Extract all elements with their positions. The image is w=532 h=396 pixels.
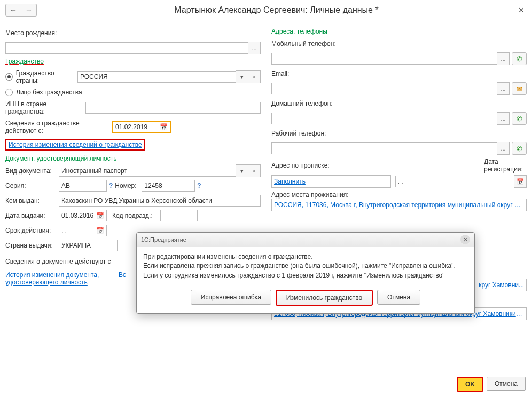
contacts-section: Адреса, телефоны [271, 28, 527, 35]
window-close-button[interactable]: ✕ [516, 6, 527, 14]
home-label: Домашний телефон: [271, 100, 351, 107]
no-citizenship-radio-label: Лицо без гражданства [16, 89, 82, 96]
number-input[interactable]: 12458 [142, 180, 195, 192]
doc-valid-from-label: Сведения о документе действуют с [5, 258, 111, 265]
email-label: Email: [271, 70, 351, 77]
valid-to-value: . . [61, 227, 96, 234]
citizenship-country-open-button[interactable]: ▫ [248, 70, 261, 83]
issued-by-input[interactable]: Каховскин РО УВД Украины в Херсонской об… [59, 195, 261, 207]
doc-type-label: Вид документа: [5, 167, 59, 175]
dept-code-input[interactable] [160, 210, 198, 221]
issue-date-value: 01.03.2016 [61, 212, 96, 219]
radio-dot-icon [5, 89, 13, 96]
doc-type-input[interactable]: Иностранный паспорт [59, 165, 236, 177]
dialog-close-button[interactable]: ✕ [460, 235, 470, 244]
live-addr-label: Адрес места проживания: [271, 191, 527, 199]
citizenship-country-input[interactable]: РОССИЯ [77, 71, 236, 83]
dept-code-label: Код подразд.: [112, 212, 160, 219]
citizenship-valid-from-input[interactable]: 01.02.2019 📅 [112, 121, 171, 133]
mobile-label: Мобильный телефон: [271, 40, 351, 47]
dialog-line2: Если исправлена прежняя запись о граждан… [143, 262, 468, 271]
work-input[interactable] [271, 142, 497, 154]
valid-to-label: Срок действия: [5, 227, 59, 234]
phone-icon: ✆ [517, 145, 522, 153]
mobile-call-button[interactable]: ✆ [512, 52, 527, 65]
live-addr-field[interactable]: РОССИЯ, 117036, Москва г, Внутригородска… [271, 199, 527, 211]
inn-input[interactable] [85, 102, 261, 114]
mobile-more-button[interactable]: ... [497, 52, 510, 65]
work-more-button[interactable]: ... [497, 142, 510, 155]
birth-place-more-button[interactable]: ... [248, 42, 261, 54]
number-help-icon[interactable]: ? [197, 182, 201, 189]
window-title: Мартынюк Александр Сергеевич: Личные дан… [37, 5, 516, 15]
citizenship-country-dropdown-button[interactable]: ▾ [236, 70, 248, 83]
reg-date-calendar-button[interactable]: 📅 [514, 175, 527, 188]
dialog-line1: При редактировании изменены сведения о г… [143, 252, 468, 262]
reg-addr-fill-link[interactable]: Заполнить [271, 175, 391, 188]
calendar-icon[interactable]: 📅 [96, 227, 104, 234]
reg-date-input[interactable]: . . [395, 176, 515, 187]
citizenship-history-link[interactable]: История изменения сведений о гражданстве [5, 139, 145, 151]
home-more-button[interactable]: ... [497, 112, 510, 125]
confirmation-dialog: 1С:Предприятие ✕ При редактировании изме… [136, 232, 475, 314]
reg-date-value: . . [398, 178, 512, 185]
fill-link-text: Заполнить [274, 178, 306, 185]
phone-icon: ✆ [517, 115, 522, 123]
series-input[interactable]: АВ [59, 180, 107, 192]
no-citizenship-radio[interactable]: Лицо без гражданства [5, 89, 261, 96]
email-send-button[interactable]: ✉ [512, 82, 527, 95]
dialog-line3: Если у сотрудника изменилось гражданство… [143, 271, 468, 280]
reg-addr-label: Адрес по прописке: [271, 162, 351, 169]
all-docs-link[interactable]: Вс [119, 271, 126, 286]
citizenship-country-radio-label: Гражданство страны: [16, 69, 77, 84]
series-label: Серия: [5, 182, 59, 189]
doc-type-dropdown-button[interactable]: ▾ [236, 164, 248, 177]
radio-dot-icon [5, 73, 13, 81]
fixed-error-button[interactable]: Исправлена ошибка [191, 290, 271, 305]
email-more-button[interactable]: ... [497, 82, 510, 95]
birth-place-label: Место рождения: [5, 29, 77, 37]
valid-to-input[interactable]: . . 📅 [59, 225, 107, 236]
citizenship-section: Гражданство [5, 58, 261, 65]
cancel-button[interactable]: Отмена [487, 377, 526, 391]
email-input[interactable] [271, 83, 497, 94]
issued-by-label: Кем выдан: [5, 197, 59, 204]
doc-history-link[interactable]: История изменения документа, удостоверяю… [5, 271, 112, 286]
date-value: 01.02.2019 [115, 123, 160, 131]
ok-button[interactable]: OK [457, 377, 483, 392]
live-addr-link: РОССИЯ, 117036, Москва г, Внутригородска… [274, 201, 524, 209]
issue-date-label: Дата выдачи: [5, 212, 59, 219]
inn-label: ИНН в стране гражданства: [5, 100, 85, 115]
issue-country-label: Страна выдачи: [5, 242, 59, 249]
series-help-icon[interactable]: ? [109, 182, 113, 189]
calendar-icon[interactable]: 📅 [96, 212, 104, 219]
citizenship-changed-button[interactable]: Изменилось гражданство [276, 290, 373, 306]
nav-back-button[interactable]: ← [5, 4, 21, 17]
citizenship-valid-from-label: Сведения о гражданстве действуют с: [5, 120, 112, 134]
home-input[interactable] [271, 113, 497, 124]
dialog-title: 1С:Предприятие [141, 236, 186, 243]
work-call-button[interactable]: ✆ [512, 142, 527, 155]
nav-forward-button[interactable]: → [21, 4, 37, 17]
birth-place-input[interactable] [5, 42, 248, 54]
home-call-button[interactable]: ✆ [512, 112, 527, 125]
work-label: Рабочий телефон: [271, 130, 351, 137]
number-label: Номер: [115, 182, 142, 189]
doc-type-open-button[interactable]: ▫ [248, 164, 261, 177]
document-section: Документ, удостоверяющий личность [5, 155, 261, 162]
calendar-icon[interactable]: 📅 [160, 123, 168, 131]
reg-date-label: Дата регистрации: [484, 158, 527, 173]
phone-icon: ✆ [517, 55, 522, 63]
issue-country-input[interactable]: УКРАИНА [59, 240, 118, 251]
mobile-input[interactable] [271, 53, 497, 65]
mail-icon: ✉ [517, 85, 522, 93]
issue-date-input[interactable]: 01.03.2016 📅 [59, 210, 107, 221]
citizenship-country-radio[interactable]: Гражданство страны: [5, 69, 77, 84]
cancel-dialog-button[interactable]: Отмена [377, 290, 420, 305]
